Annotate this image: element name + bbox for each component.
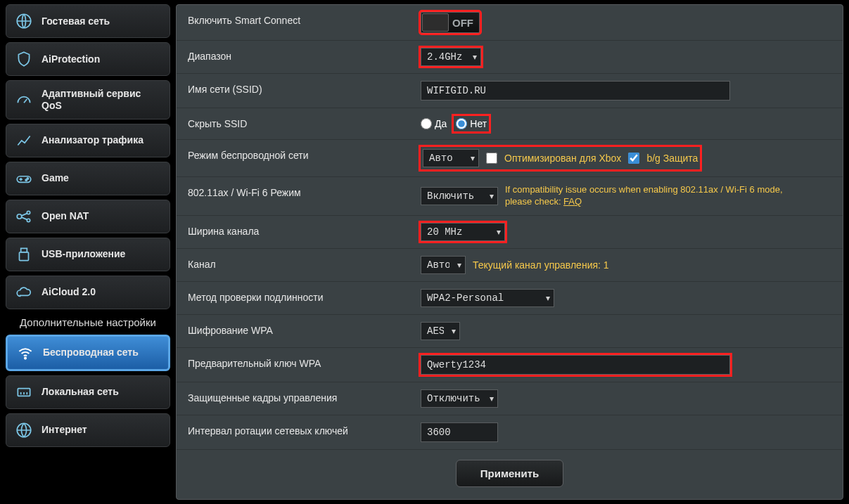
nav-aiprotection[interactable]: AiProtection <box>6 42 170 76</box>
svg-point-3 <box>25 179 27 181</box>
label-ssid: Имя сети (SSID) <box>177 74 412 108</box>
label-rotation: Интервал ротации сетевых ключей <box>177 415 412 449</box>
ssid-input[interactable] <box>421 81 730 101</box>
earth-icon <box>15 421 33 439</box>
svg-point-4 <box>17 214 22 219</box>
svg-point-6 <box>27 219 30 221</box>
nav-aicloud[interactable]: AiCloud 2.0 <box>6 276 170 309</box>
nav-internet[interactable]: Интернет <box>6 413 170 447</box>
nav-wireless[interactable]: Беспроводная сеть <box>6 335 170 371</box>
svg-point-2 <box>27 178 28 179</box>
nav-label: Интернет <box>42 424 87 436</box>
nav-traffic-analyzer[interactable]: Анализатор трафика <box>6 124 170 157</box>
nav-label: Game <box>42 172 69 184</box>
faq-link[interactable]: FAQ <box>563 196 582 207</box>
main-panel: Включить Smart Connect OFF Диапазон 2.4G… <box>176 0 849 504</box>
channel-select[interactable]: Авто <box>421 256 466 274</box>
nav-qos[interactable]: Адаптивный сервис QoS <box>6 80 170 119</box>
nav-game[interactable]: Game <box>6 162 170 195</box>
toggle-state: OFF <box>452 17 473 29</box>
auth-select[interactable]: WPA2-Personal <box>421 289 554 307</box>
label-auth: Метод проверки подлинности <box>177 282 412 314</box>
row-wpa-key: Предварительный ключ WPA <box>177 348 843 382</box>
row-wireless-mode: Режим беспроводной сети Авто Оптимизиров… <box>177 140 843 177</box>
rotation-input[interactable] <box>421 422 498 442</box>
usb-icon <box>15 245 33 264</box>
svg-point-9 <box>25 357 26 358</box>
nav-usb-app[interactable]: USB-приложение <box>6 238 170 271</box>
nav-lan[interactable]: Локальная сеть <box>6 375 170 409</box>
channel-width-select[interactable]: 20 MHz <box>421 223 505 241</box>
nav-label: AiProtection <box>42 53 100 65</box>
gauge-icon <box>15 91 33 109</box>
label-wifi6: 802.11ax / Wi-Fi 6 Режим <box>177 177 412 215</box>
apply-button[interactable]: Применить <box>456 460 563 487</box>
globe-icon <box>15 12 33 30</box>
wifi6-select[interactable]: Включить <box>421 187 498 205</box>
nav-label: Анализатор трафика <box>42 134 143 146</box>
sidebar: Гостевая сеть AiProtection Адаптивный се… <box>0 0 176 504</box>
chart-icon <box>15 131 33 150</box>
gamepad-icon <box>15 169 33 188</box>
row-auth: Метод проверки подлинности WPA2-Personal <box>177 282 843 315</box>
label-smart-connect: Включить Smart Connect <box>177 5 412 40</box>
row-smart-connect: Включить Smart Connect OFF <box>177 5 843 41</box>
row-channel: Канал Авто Текущий канал управления: 1 <box>177 249 843 282</box>
sidebar-section-header: Дополнительные настройки <box>6 314 170 330</box>
label-wpa-key: Предварительный ключ WPA <box>177 348 412 382</box>
label-wireless-mode: Режим беспроводной сети <box>177 140 412 176</box>
bg-protect-checkbox[interactable] <box>628 153 639 164</box>
band-select[interactable]: 2.4GHz <box>421 48 481 66</box>
nav-label: Open NAT <box>42 210 89 222</box>
nav-open-nat[interactable]: Open NAT <box>6 200 170 233</box>
xbox-checkbox[interactable] <box>486 153 497 164</box>
hide-ssid-yes[interactable] <box>421 118 432 129</box>
row-wpa-enc: Шифрование WPA AES <box>177 315 843 348</box>
wireless-mode-select[interactable]: Авто <box>423 149 479 167</box>
wifi6-hint: If compatibility issue occurs when enabl… <box>505 184 786 208</box>
wpa-enc-select[interactable]: AES <box>421 322 460 340</box>
wpa-key-input[interactable] <box>421 355 730 375</box>
row-ssid: Имя сети (SSID) <box>177 74 843 108</box>
row-hide-ssid: Скрыть SSID Да Нет <box>177 108 843 140</box>
label-hide-ssid: Скрыть SSID <box>177 108 412 139</box>
label-channel-width: Ширина канала <box>177 216 412 248</box>
nav-label: Адаптивный сервис QoS <box>42 88 161 112</box>
nav-guest-network[interactable]: Гостевая сеть <box>6 4 170 38</box>
row-rotation: Интервал ротации сетевых ключей <box>177 415 843 450</box>
channel-hint: Текущий канал управления: 1 <box>473 259 609 271</box>
shield-icon <box>15 50 33 68</box>
cloud-icon <box>15 283 33 302</box>
smart-connect-toggle[interactable]: OFF <box>421 12 480 33</box>
label-wpa-enc: Шифрование WPA <box>177 315 412 347</box>
row-apply: Применить <box>177 450 843 497</box>
label-channel: Канал <box>177 249 412 281</box>
nav-label: USB-приложение <box>42 248 125 260</box>
row-channel-width: Ширина канала 20 MHz <box>177 216 843 249</box>
wifi-icon <box>16 344 34 362</box>
hide-ssid-no[interactable] <box>456 118 467 129</box>
nav-label: AiCloud 2.0 <box>42 286 96 298</box>
row-band: Диапазон 2.4GHz <box>177 41 843 74</box>
row-pmf: Защищенные кадры управления Отключить <box>177 382 843 415</box>
svg-point-5 <box>27 211 30 214</box>
label-pmf: Защищенные кадры управления <box>177 382 412 415</box>
ethernet-icon <box>15 383 33 401</box>
nav-label: Локальная сеть <box>42 386 119 398</box>
pmf-select[interactable]: Отключить <box>421 389 498 408</box>
nav-label: Беспроводная сеть <box>43 347 139 358</box>
label-band: Диапазон <box>177 41 412 73</box>
svg-rect-8 <box>20 252 29 260</box>
nav-label: Гостевая сеть <box>42 15 110 27</box>
nat-icon <box>15 207 33 226</box>
row-wifi6: 802.11ax / Wi-Fi 6 Режим Включить If com… <box>177 177 843 216</box>
